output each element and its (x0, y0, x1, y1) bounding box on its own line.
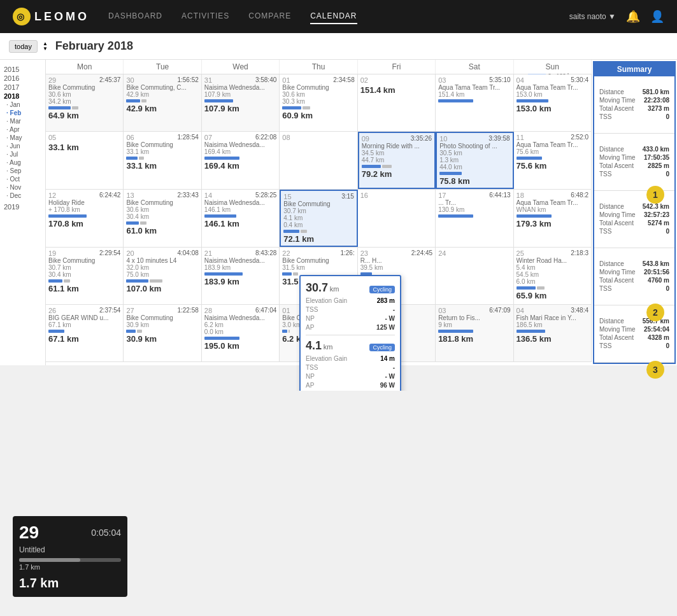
day-feb-01[interactable]: 01 2:34:58 Bike Commuting 30.6 km 30.3 k… (280, 74, 357, 131)
nav-activities[interactable]: ACTIVITIES (182, 9, 229, 24)
day-feb-25[interactable]: 25 2:18:3 Winter Road Ha... 5.4 km 54.5 … (514, 248, 592, 304)
popup-unit2: km (324, 343, 333, 351)
popup-tss2: - (393, 364, 395, 371)
month-feb[interactable]: · Feb (4, 109, 41, 117)
month-mar[interactable]: · Mar (4, 117, 41, 125)
year-2015[interactable]: 2015 (4, 65, 41, 74)
number-3: 3 (646, 361, 664, 379)
number-1: 1 (646, 186, 664, 204)
summary-week-1: Distance581.0 km Moving Time22:23:08 Tot… (594, 76, 674, 134)
header-fri: Fri (358, 60, 436, 74)
day-feb-02[interactable]: 02 151.4 km (358, 74, 436, 131)
header-mon: Mon (46, 60, 124, 74)
day-feb-08[interactable]: 08 (280, 132, 357, 189)
navbar: ◎ LEOMO DASHBOARD ACTIVITIES COMPARE CAL… (0, 0, 677, 33)
day-feb-12[interactable]: 12 6:24:42 Holiday Ride + 170.8 km 170.8… (46, 190, 124, 247)
popup-km1: 30.7 (306, 281, 328, 294)
nav-compare[interactable]: COMPARE (248, 9, 291, 24)
day-feb-20[interactable]: 20 4:04:08 4 x 10 minutes L4 32.0 km 75.… (124, 248, 201, 304)
week-1: 29 2:45:37 Bike Commuting 30.6 km 34.2 k… (46, 74, 592, 132)
year-2016[interactable]: 2016 (4, 74, 41, 83)
month-jun[interactable]: · Jun (4, 142, 41, 150)
year-2019[interactable]: 2019 (4, 202, 41, 211)
summary-title: Summary (594, 62, 674, 76)
day-mar-04[interactable]: 04 3:48:4 Fish Mari Race in Y... 186.5 k… (514, 305, 592, 361)
month-apr[interactable]: · Apr (4, 125, 41, 134)
day-feb-11[interactable]: 11 2:52:0 Aqua Tama Team Tr... 75.6 km 7… (514, 132, 592, 189)
month-may[interactable]: · May (4, 134, 41, 142)
day-feb-15[interactable]: 15 3:15 Bike Commuting 30.7 km 4.1 km 0.… (280, 190, 357, 247)
popup-np1: - W (385, 315, 395, 322)
day-headers: Mon Tue Wed Thu Fri Sat Sun (46, 60, 592, 74)
day-feb-07[interactable]: 07 6:22:08 Naisima Wednesda... 169.4 km … (202, 132, 280, 189)
month-jan[interactable]: · Jan (4, 101, 41, 109)
header-sun: Sun (514, 60, 592, 74)
user-name[interactable]: saits naoto ▼ (569, 12, 616, 21)
popup-unit1: km (330, 285, 339, 293)
day-feb-19[interactable]: 19 2:29:54 Bike Commuting 30.7 km 30.4 k… (46, 248, 124, 304)
calendar-header: today ▲ ▼ February 2018 0 - 100 km 101 -… (0, 33, 677, 60)
month-title: February 2018 (55, 39, 133, 53)
day-feb-28[interactable]: 28 6:47:04 Naisima Wednesda... 6.2 km 0.… (202, 305, 280, 361)
logo-icon: ◎ (13, 8, 31, 25)
day-jan-30[interactable]: 30 1:56:52 Bike Commuting, C... 42.9 km … (124, 74, 201, 131)
day-feb-16[interactable]: 16 (358, 190, 436, 247)
user-icon[interactable]: 👤 (650, 10, 664, 24)
activity-popup: 30.7 km Cycling Elevation Gain 283 m TSS… (299, 275, 401, 391)
calendar-area: today ▲ ▼ February 2018 0 - 100 km 101 -… (0, 33, 677, 365)
logo-text: LEOMO (34, 10, 89, 24)
popup-elev1: 283 m (377, 297, 395, 304)
header-sat: Sat (436, 60, 513, 74)
day-feb-10[interactable]: 10 3:39:58 Photo Shooting of ... 30.5 km… (436, 132, 513, 189)
day-feb-18[interactable]: 18 6:48:2 Aqua Tama Team Tr... WNAN km 1… (514, 190, 592, 247)
header-tue: Tue (124, 60, 201, 74)
month-aug[interactable]: · Aug (4, 158, 41, 167)
week-2: 05 33.1 km 06 1:28:54 Bike Commuting 33.… (46, 132, 592, 190)
month-sep[interactable]: · Sep (4, 167, 41, 175)
month-jul[interactable]: · Jul (4, 150, 41, 158)
day-feb-06[interactable]: 06 1:28:54 Bike Commuting 33.1 km 33.1 k… (124, 132, 201, 189)
cycling-badge-1: Cycling (369, 286, 395, 293)
nav-links: DASHBOARD ACTIVITIES COMPARE CALENDAR (108, 9, 550, 24)
popup-ap1: 125 W (376, 324, 395, 331)
header-wed: Wed (202, 60, 280, 74)
day-feb-24[interactable]: 24 (436, 248, 513, 304)
number-2: 2 (646, 304, 664, 321)
day-jan-29[interactable]: 29 2:45:37 Bike Commuting 30.6 km 34.2 k… (46, 74, 124, 131)
month-dec[interactable]: · Dec (4, 192, 41, 200)
day-feb-27[interactable]: 27 1:22:58 Bike Commuting 30.9 km 30.9 k… (124, 305, 201, 361)
popup-tss1: - (393, 306, 395, 313)
header-thu: Thu (280, 60, 357, 74)
summary-week-4: Distance543.8 km Moving Time20:51:56 Tot… (594, 248, 674, 305)
week-3: 12 6:24:42 Holiday Ride + 170.8 km 170.8… (46, 190, 592, 248)
cycling-badge-2: Cycling (369, 344, 395, 351)
month-oct[interactable]: · Oct (4, 175, 41, 183)
summary-panel: Summary Distance581.0 km Moving Time22:2… (593, 61, 676, 364)
popup-km2: 4.1 (306, 339, 322, 352)
year-2017[interactable]: 2017 (4, 83, 41, 92)
day-jan-31[interactable]: 31 3:58:40 Naisima Wednesda... 107.9 km … (202, 74, 280, 131)
today-button[interactable]: today (9, 40, 38, 53)
day-feb-04[interactable]: 04 5:30:4 Aqua Tama Team Tr... 153.0 km … (514, 74, 592, 131)
nav-dashboard[interactable]: DASHBOARD (108, 9, 162, 24)
day-mar-03[interactable]: 03 6:47:09 Return to Fis... 9 km 181.8 k… (436, 305, 513, 361)
popup-elev2: 14 m (380, 355, 395, 362)
day-feb-05[interactable]: 05 33.1 km (46, 132, 124, 189)
nav-right: saits naoto ▼ 🔔 👤 (569, 10, 664, 24)
day-feb-17[interactable]: 17 6:44:13 ... Tr... 130.9 km (436, 190, 513, 247)
popup-np2: - W (385, 373, 395, 380)
bell-icon[interactable]: 🔔 (626, 10, 640, 24)
day-feb-14[interactable]: 14 5:28:25 Naisima Wednesda... 146.1 km … (202, 190, 280, 247)
day-feb-21[interactable]: 21 8:43:28 Naisima Wednesda... 183.9 km … (202, 248, 280, 304)
summary-week-2: Distance433.0 km Moving Time17:50:35 Tot… (594, 134, 674, 191)
nav-calendar[interactable]: CALENDAR (310, 9, 357, 24)
logo: ◎ LEOMO (13, 8, 89, 25)
day-feb-13[interactable]: 13 2:33:43 Bike Commuting 30.6 km 30.4 k… (124, 190, 201, 247)
day-feb-26[interactable]: 26 2:37:54 BIG GEAR WIND u... 67.1 km 67… (46, 305, 124, 361)
left-sidebar: 2015 2016 2017 2018 · Jan · Feb · Mar · … (0, 60, 46, 365)
day-feb-09[interactable]: 09 3:35:26 Morning Ride with ... 34.5 km… (358, 132, 436, 189)
month-nav[interactable]: ▲ ▼ (43, 41, 48, 52)
day-feb-03[interactable]: 03 5:35:10 Aqua Tama Team Tr... 151.4 km (436, 74, 513, 131)
month-nov[interactable]: · Nov (4, 183, 41, 192)
year-2018[interactable]: 2018 (4, 92, 41, 101)
